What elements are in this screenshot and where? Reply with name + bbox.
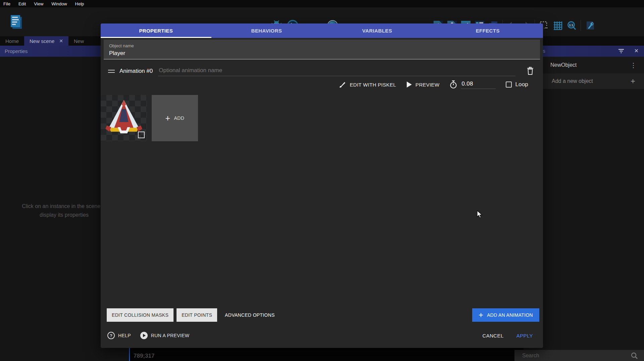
object-editor-dialog: PROPERTIES BEHAVIORS VARIABLES EFFECTS O… — [101, 23, 543, 348]
wrench-icon — [585, 21, 595, 30]
tab-close-icon[interactable]: ✕ — [59, 38, 63, 44]
dialog-tab-effects[interactable]: EFFECTS — [433, 23, 543, 38]
loop-label: Loop — [515, 81, 528, 88]
time-between-frames-group: 0.08 — [449, 80, 496, 89]
tab-new-scene[interactable]: New scene ✕ — [24, 36, 68, 46]
plus-icon: + — [479, 311, 483, 319]
toolbar-separator — [581, 20, 581, 31]
dialog-body: Object name Animation #0 EDIT WITH PISKE… — [101, 38, 543, 348]
dialog-tab-bar: PROPERTIES BEHAVIORS VARIABLES EFFECTS — [101, 23, 543, 38]
run-a-preview-button[interactable]: RUN A PREVIEW — [140, 332, 189, 339]
menu-view[interactable]: View — [34, 1, 43, 6]
object-name-label: Object name — [109, 43, 535, 48]
run-preview-icon — [140, 332, 148, 339]
tab-new-scene-label: New scene — [30, 38, 54, 44]
add-frame-button[interactable]: + ADD — [152, 95, 198, 141]
dialog-footer-row: ? HELP RUN A PREVIEW CANCEL APPLY — [107, 328, 533, 343]
menu-edit[interactable]: Edit — [18, 1, 26, 6]
svg-text:1:1: 1:1 — [569, 23, 574, 27]
search-icon — [631, 352, 638, 359]
trash-icon — [526, 66, 534, 75]
dialog-spacer — [101, 141, 543, 308]
menu-window[interactable]: Window — [51, 1, 67, 6]
zoom-1-1-icon: 1:1 — [567, 21, 576, 30]
drag-handle-icon[interactable] — [108, 70, 115, 73]
object-item-menu-icon[interactable]: ⋮ — [630, 61, 637, 69]
cursor-coordinates: 789;317 — [134, 353, 154, 359]
add-frame-label: ADD — [174, 115, 185, 121]
add-object-plus-icon[interactable]: + — [631, 76, 635, 86]
sprite-frame-thumbnail[interactable] — [101, 95, 147, 141]
apply-button[interactable]: APPLY — [516, 333, 533, 339]
menu-bar: File Edit View Window Help — [0, 0, 644, 7]
edit-with-piskel-button[interactable]: EDIT WITH PISKEL — [339, 81, 396, 88]
delete-animation-button[interactable] — [526, 66, 535, 76]
tab-home[interactable]: Home — [0, 36, 24, 46]
animation-frames-row: + ADD — [101, 95, 543, 141]
dialog-actions-row: EDIT COLLISION MASKS EDIT POINTS ADVANCE… — [101, 308, 543, 322]
dialog-tab-properties[interactable]: PROPERTIES — [101, 23, 211, 38]
tab-next-partial[interactable]: New — [68, 36, 89, 46]
edit-points-button[interactable]: EDIT POINTS — [177, 308, 217, 322]
frame-select-checkbox[interactable] — [138, 132, 145, 138]
menu-file[interactable]: File — [3, 1, 10, 6]
help-icon: ? — [107, 332, 115, 339]
tab-home-label: Home — [5, 38, 19, 44]
tab-next-label: New — [74, 38, 84, 44]
object-name-input[interactable] — [109, 50, 535, 57]
search-input[interactable] — [514, 353, 631, 359]
objects-panel-close-icon[interactable]: ✕ — [634, 48, 639, 54]
dialog-tab-variables[interactable]: VARIABLES — [322, 23, 433, 38]
scene-settings-button[interactable] — [585, 21, 595, 30]
search-bar — [514, 350, 644, 361]
help-button[interactable]: ? HELP — [107, 332, 131, 339]
zoom-original-button[interactable]: 1:1 — [567, 21, 576, 30]
edit-collision-masks-button[interactable]: EDIT COLLISION MASKS — [107, 308, 174, 322]
animation-header-row: Animation #0 — [101, 59, 543, 76]
play-icon — [406, 81, 412, 88]
cancel-button[interactable]: CANCEL — [483, 333, 504, 339]
add-an-animation-button[interactable]: + ADD AN ANIMATION — [472, 308, 539, 322]
grid-button[interactable] — [553, 21, 562, 30]
loop-toggle-group: Loop — [506, 81, 528, 88]
animation-name-input[interactable] — [158, 66, 515, 76]
project-manager-button[interactable] — [8, 13, 24, 31]
brush-icon — [339, 81, 346, 88]
plus-icon: + — [165, 114, 170, 122]
animation-toolbar: EDIT WITH PISKEL PREVIEW 0.08 Loop — [101, 76, 543, 92]
grid-icon — [553, 21, 562, 30]
advanced-options-button[interactable]: ADVANCED OPTIONS — [220, 308, 279, 322]
properties-panel-title: Properties — [5, 48, 28, 54]
project-manager-icon — [8, 14, 24, 31]
menu-help[interactable]: Help — [75, 1, 84, 6]
animation-title: Animation #0 — [119, 68, 153, 74]
time-between-frames-input[interactable]: 0.08 — [461, 80, 496, 89]
filter-icon[interactable] — [618, 48, 624, 55]
object-name-card: Object name — [104, 40, 540, 59]
timer-icon — [449, 80, 457, 89]
loop-checkbox[interactable] — [506, 82, 512, 88]
dialog-tab-behaviors[interactable]: BEHAVIORS — [211, 23, 322, 38]
preview-animation-button[interactable]: PREVIEW — [406, 81, 439, 88]
